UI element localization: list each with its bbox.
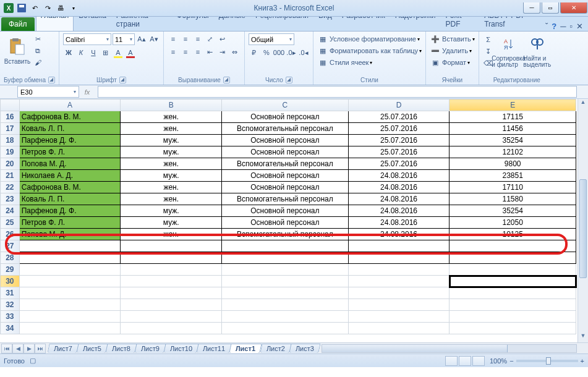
cell-A32[interactable] xyxy=(19,299,121,311)
cell-styles-button[interactable]: ▦Стили ячеек▾ xyxy=(317,57,422,68)
cell-A24[interactable]: Парфенов Д. Ф. xyxy=(19,205,121,217)
percent-icon[interactable]: % xyxy=(261,47,272,58)
dec-decimal-icon[interactable]: .0◂ xyxy=(298,47,309,58)
cell-D19[interactable]: 25.07.2016 xyxy=(348,146,450,158)
row-header-18[interactable]: 18 xyxy=(1,135,20,146)
cell-D30[interactable] xyxy=(348,276,450,287)
cut-icon[interactable]: ✂ xyxy=(32,33,43,44)
sheet-tab-Лист1[interactable]: Лист1 xyxy=(229,344,262,353)
wrap-icon[interactable]: ↩ xyxy=(217,33,228,44)
delete-cells-button[interactable]: ➖Удалить▾ xyxy=(430,45,475,56)
bold-button[interactable]: Ж xyxy=(63,47,74,58)
cell-C26[interactable]: Вспомогательный персонал xyxy=(222,229,349,240)
row-header-22[interactable]: 22 xyxy=(1,182,20,193)
number-dialog-icon[interactable]: ◢ xyxy=(286,77,292,83)
cell-E20[interactable]: 9800 xyxy=(450,158,576,170)
merge-icon[interactable]: ⇔ xyxy=(229,46,241,57)
zoom-level[interactable]: 100% xyxy=(490,357,507,365)
col-header-B[interactable]: B xyxy=(121,100,222,111)
row-header-34[interactable]: 34 xyxy=(1,323,20,334)
cell-D34[interactable] xyxy=(348,323,450,334)
cell-B16[interactable]: жен. xyxy=(121,111,222,123)
sheet-tab-Лист3[interactable]: Лист3 xyxy=(289,344,320,353)
cell-E30[interactable] xyxy=(450,276,576,287)
cell-B33[interactable] xyxy=(121,311,222,323)
cell-E27[interactable] xyxy=(450,240,576,252)
view-normal-icon[interactable] xyxy=(445,356,458,366)
cell-A27[interactable] xyxy=(19,240,121,252)
indent-inc-icon[interactable]: ⇥ xyxy=(217,46,228,57)
col-header-A[interactable]: A xyxy=(19,100,121,111)
cell-C19[interactable]: Основной персонал xyxy=(222,146,349,158)
cell-E24[interactable]: 35254 xyxy=(450,205,576,217)
row-header-21[interactable]: 21 xyxy=(1,170,20,182)
row-header-17[interactable]: 17 xyxy=(1,123,20,135)
font-color-icon[interactable]: A xyxy=(125,47,136,58)
doc-restore-icon[interactable]: ▫ xyxy=(569,22,573,31)
cell-E26[interactable]: 10125 xyxy=(450,229,576,240)
view-break-icon[interactable] xyxy=(472,356,485,366)
horizontal-scrollbar[interactable] xyxy=(322,344,577,353)
col-header-E[interactable]: E xyxy=(450,100,576,111)
cell-B26[interactable]: жен. xyxy=(121,229,222,240)
border-icon[interactable]: ⊞ xyxy=(100,47,111,58)
worksheet-grid[interactable]: ABCDE16Сафронова В. М.жен.Основной персо… xyxy=(0,99,588,342)
cell-B23[interactable]: жен. xyxy=(121,193,222,205)
cell-D17[interactable]: 25.07.2016 xyxy=(348,123,450,135)
row-header-32[interactable]: 32 xyxy=(1,299,20,311)
name-box[interactable]: E30▾ xyxy=(17,86,79,98)
align-left-icon[interactable]: ≡ xyxy=(168,46,179,57)
qat-more-icon[interactable]: ▾ xyxy=(67,2,80,14)
clipboard-dialog-icon[interactable]: ◢ xyxy=(48,77,55,83)
align-mid-icon[interactable]: ≡ xyxy=(180,33,191,44)
cell-E22[interactable]: 17110 xyxy=(450,182,576,193)
close-button[interactable]: ✕ xyxy=(560,2,587,14)
cell-A28[interactable] xyxy=(19,252,121,264)
cell-D29[interactable] xyxy=(348,264,450,276)
cell-E32[interactable] xyxy=(450,299,576,311)
cell-C33[interactable] xyxy=(222,311,349,323)
minimize-button[interactable]: ─ xyxy=(523,2,540,14)
zoom-out-icon[interactable]: − xyxy=(509,357,513,365)
scroll-up-icon[interactable]: ▲ xyxy=(578,99,588,109)
cell-B22[interactable]: жен. xyxy=(121,182,222,193)
paste-button[interactable]: Вставить xyxy=(4,36,31,66)
cell-B24[interactable]: муж. xyxy=(121,205,222,217)
cell-C20[interactable]: Вспомогательный персонал xyxy=(222,158,349,170)
cell-A23[interactable]: Коваль Л. П. xyxy=(19,193,121,205)
currency-icon[interactable]: ₽ xyxy=(249,47,260,58)
cell-A19[interactable]: Петров Ф. Л. xyxy=(19,146,121,158)
sort-filter-button[interactable]: АЯ Сортировка и фильтр xyxy=(495,33,522,69)
cell-B18[interactable]: муж. xyxy=(121,135,222,146)
cell-C22[interactable]: Основной персонал xyxy=(222,182,349,193)
cell-E23[interactable]: 11580 xyxy=(450,193,576,205)
ribbon-minimize-icon[interactable]: ˇ xyxy=(545,22,548,31)
col-header-D[interactable]: D xyxy=(348,100,450,111)
cell-C32[interactable] xyxy=(222,299,349,311)
qat-save-icon[interactable] xyxy=(15,2,28,14)
cell-B19[interactable]: муж. xyxy=(121,146,222,158)
col-header-C[interactable]: C xyxy=(222,100,349,111)
font-dialog-icon[interactable]: ◢ xyxy=(119,77,126,83)
cell-A33[interactable] xyxy=(19,311,121,323)
row-header-27[interactable]: 27 xyxy=(1,240,20,252)
cell-C23[interactable]: Вспомогательный персонал xyxy=(222,193,349,205)
copy-icon[interactable]: ⧉ xyxy=(32,45,43,56)
cell-E31[interactable] xyxy=(450,287,576,299)
cell-E25[interactable]: 12050 xyxy=(450,217,576,229)
cell-C17[interactable]: Вспомогательный персонал xyxy=(222,123,349,135)
align-right-icon[interactable]: ≡ xyxy=(192,46,203,57)
cell-C24[interactable]: Основной персонал xyxy=(222,205,349,217)
row-header-33[interactable]: 33 xyxy=(1,311,20,323)
sheet-tab-Лист5[interactable]: Лист5 xyxy=(76,344,108,353)
cell-D27[interactable] xyxy=(348,240,450,252)
cell-B31[interactable] xyxy=(121,287,222,299)
row-header-26[interactable]: 26 xyxy=(1,229,20,240)
cell-C21[interactable]: Основной персонал xyxy=(222,170,349,182)
doc-minimize-icon[interactable]: ─ xyxy=(560,22,566,31)
sheet-nav-last-icon[interactable]: ⏭ xyxy=(35,344,46,354)
zoom-in-icon[interactable]: + xyxy=(581,357,584,365)
cell-D28[interactable] xyxy=(348,252,450,264)
cell-E16[interactable]: 17115 xyxy=(450,111,576,123)
cell-C25[interactable]: Основной персонал xyxy=(222,217,349,229)
